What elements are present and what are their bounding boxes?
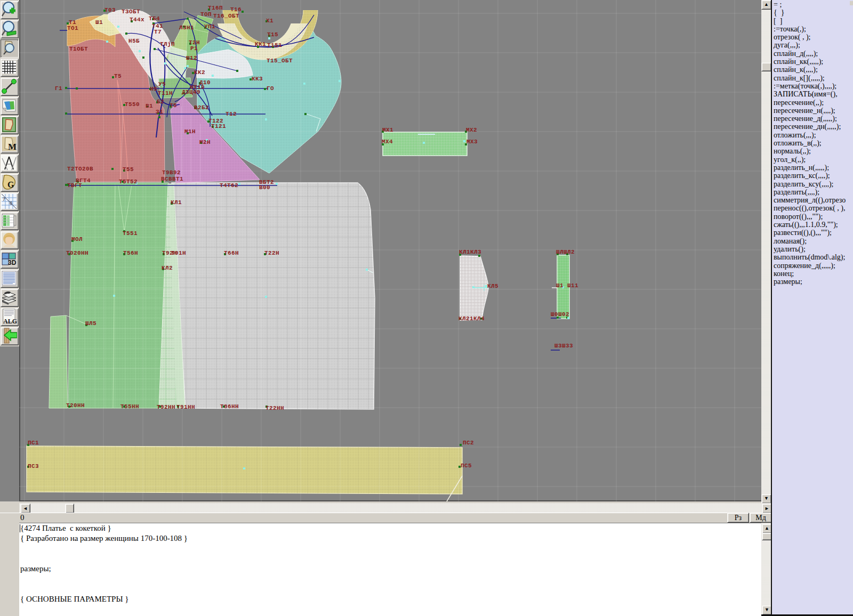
svg-text:М1Н: М1Н xyxy=(184,128,196,135)
svg-text:ПС1: ПС1 xyxy=(28,440,39,446)
svg-text:Т22НН: Т22НН xyxy=(265,405,284,411)
svg-text:КК2: КК2 xyxy=(194,69,205,76)
svg-text:Т56Н: Т56Н xyxy=(123,250,138,256)
svg-text:ВСВВТ1: ВСВВТ1 xyxy=(161,176,183,182)
svg-text:ДЗЦ49: ДЗЦ49 xyxy=(182,89,200,95)
svg-text:3D: 3D xyxy=(8,259,17,266)
svg-text:Т9В92: Т9В92 xyxy=(162,169,181,176)
svg-text:Ш1: Ш1 xyxy=(95,19,103,26)
svg-text:Т550: Т550 xyxy=(125,101,140,108)
svg-text:У5: У5 xyxy=(158,81,166,87)
svg-text:Р1: Р1 xyxy=(190,45,198,52)
svg-text:ПС2: ПС2 xyxy=(463,440,474,446)
svg-text:Т55: Т55 xyxy=(123,166,134,173)
svg-text:Т55НН: Т55НН xyxy=(120,403,139,410)
svg-text:МОЛ: МОЛ xyxy=(71,236,83,242)
svg-text:Т12: Т12 xyxy=(226,111,237,117)
svg-text:G: G xyxy=(7,180,14,189)
svg-text:Т66Н: Т66Н xyxy=(224,250,239,256)
svg-text:УП1: УП1 xyxy=(204,23,215,30)
svg-text:Т15_ОБТ: Т15_ОБТ xyxy=(267,58,293,64)
svg-text:Т5Т52: Т5Т52 xyxy=(119,179,138,185)
svg-text:КЛ21КЛ4: КЛ21КЛ4 xyxy=(458,315,485,322)
svg-text:Т11Н: Т11Н xyxy=(158,90,173,96)
svg-text:Т91Н: Т91Н xyxy=(171,250,186,256)
svg-text:В00: В00 xyxy=(259,184,270,191)
svg-text:МХ1: МХ1 xyxy=(382,127,393,133)
svg-text:КЛ1КЛ3: КЛ1КЛ3 xyxy=(459,249,481,255)
svg-text:Н5: Н5 xyxy=(150,86,157,92)
svg-text:Т16П: Т16П xyxy=(208,5,223,11)
svg-text:Т86НН: Т86НН xyxy=(220,403,239,410)
svg-text:ШЛ5: ШЛ5 xyxy=(85,320,96,327)
svg-text:Т16: Т16 xyxy=(230,6,242,13)
svg-text:Т5: Т5 xyxy=(170,102,177,109)
svg-text:Г1: Г1 xyxy=(55,85,62,92)
svg-text:Т03: Т03 xyxy=(104,7,116,13)
svg-text:ШЛШЛ2: ШЛШЛ2 xyxy=(556,249,575,255)
svg-text:ALG: ALG xyxy=(3,318,17,325)
svg-text:ТВГТ: ТВГТ xyxy=(67,182,82,189)
svg-text:МХ2: МХ2 xyxy=(466,127,477,133)
svg-text:Т22Н: Т22Н xyxy=(264,250,279,256)
svg-text:ТО1: ТО1 xyxy=(67,25,78,31)
svg-text:Т1ОБТ: Т1ОБТ xyxy=(69,46,88,52)
svg-text:Т92НН: Т92НН xyxy=(157,404,175,410)
svg-text:Т020НН: Т020НН xyxy=(66,250,88,256)
svg-text:M: M xyxy=(8,142,17,152)
svg-text:ГО: ГО xyxy=(267,85,274,92)
svg-text:КЛ2: КЛ2 xyxy=(162,265,173,271)
svg-text:З1: З1 xyxy=(156,109,163,115)
svg-text:Т551: Т551 xyxy=(123,230,138,237)
svg-text:Ш12: Ш12 xyxy=(186,55,197,61)
svg-text:Т4Т62: Т4Т62 xyxy=(220,182,238,189)
svg-text:ТБ4: ТБ4 xyxy=(149,15,160,22)
svg-text:МХ4: МХ4 xyxy=(382,139,393,145)
svg-text:В2Б2: В2Б2 xyxy=(194,104,209,111)
svg-text:Т16_ОБТ: Т16_ОБТ xyxy=(213,13,239,19)
svg-text:КК1: КК1 xyxy=(255,41,266,47)
svg-text:Х1: Х1 xyxy=(266,18,273,24)
svg-text:Ш1 Ш11: Ш1 Ш11 xyxy=(556,282,578,289)
svg-text:Т15: Т15 xyxy=(267,31,278,38)
svg-text:ЛЗН1: ЛЗН1 xyxy=(179,25,194,31)
svg-text:ТОП: ТОП xyxy=(200,11,212,18)
svg-text:ПС3: ПС3 xyxy=(28,463,39,469)
svg-text:ТЛjП: ТЛjП xyxy=(160,41,175,47)
svg-text:Ш0Ш02: Ш0Ш02 xyxy=(551,311,569,318)
svg-text:ТЗОБТ: ТЗОБТ xyxy=(122,9,140,15)
svg-text:МХ3: МХ3 xyxy=(466,139,478,145)
svg-text:Б2: Б2 xyxy=(157,99,164,105)
svg-text:КЛ5: КЛ5 xyxy=(487,283,498,289)
svg-text:Т91НН: Т91НН xyxy=(176,404,195,410)
svg-text:Т121: Т121 xyxy=(211,123,226,129)
svg-text:Т151: Т151 xyxy=(267,42,282,48)
svg-text:КК3: КК3 xyxy=(252,76,263,82)
svg-text:Т7: Т7 xyxy=(154,29,162,35)
svg-text:КЛ1: КЛ1 xyxy=(171,199,182,206)
svg-text:Н5Б: Н5Б xyxy=(128,38,140,44)
svg-text:ПС5: ПС5 xyxy=(461,463,472,469)
svg-text:Т5: Т5 xyxy=(114,73,122,79)
svg-text:Т20НН: Т20НН xyxy=(66,402,85,409)
svg-text:Ш3Ш33: Ш3Ш33 xyxy=(554,343,573,349)
svg-text:Т44х: Т44х xyxy=(130,17,144,23)
svg-text:М2Н: М2Н xyxy=(199,139,211,145)
svg-text:В1: В1 xyxy=(146,103,153,109)
svg-text:Т2ТО20В: Т2ТО20В xyxy=(67,166,93,172)
